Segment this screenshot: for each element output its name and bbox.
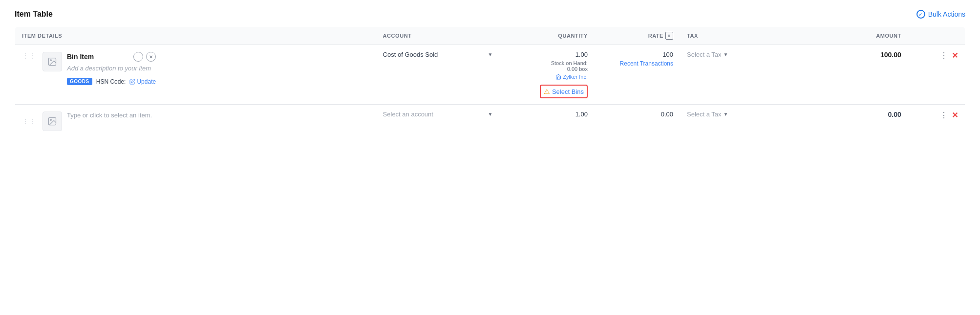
- empty-item-details-content: Type or click to select an item.: [67, 112, 152, 119]
- tax-dropdown-arrow[interactable]: ▼: [724, 52, 728, 57]
- table-row: ⋮⋮ Bin Item: [15, 45, 965, 105]
- empty-account-cell: Select an account ▼: [376, 105, 500, 137]
- empty-quantity-value[interactable]: 1.00: [506, 111, 588, 118]
- stock-info: Stock on Hand: 0.00 box: [506, 60, 588, 72]
- select-bins-button[interactable]: ⚠ Select Bins: [540, 85, 588, 98]
- bulk-actions-button[interactable]: ✓ Bulk Actions: [916, 10, 965, 19]
- drag-handle-2[interactable]: ⋮⋮: [22, 117, 40, 125]
- col-header-rate: RATE #: [595, 27, 680, 45]
- page-container: Item Table ✓ Bulk Actions ITEM DETAILS A…: [0, 0, 980, 315]
- company-link[interactable]: Zylker Inc.: [506, 74, 588, 81]
- row-actions-cell: ⋮ ✕: [908, 45, 965, 105]
- page-title: Item Table: [15, 10, 53, 19]
- tax-placeholder: Select a Tax: [687, 51, 722, 58]
- item-tags-row: GOODS HSN Code: Update: [67, 78, 156, 85]
- empty-amount-value: 0.00: [820, 111, 901, 118]
- col-header-account: ACCOUNT: [376, 27, 500, 45]
- bulk-actions-icon: ✓: [916, 10, 925, 19]
- goods-badge: GOODS: [67, 78, 92, 85]
- col-header-amount: AMOUNT: [813, 27, 908, 45]
- empty-account-dropdown-arrow[interactable]: ▼: [488, 112, 493, 117]
- row-menu-icon[interactable]: ⋮: [940, 51, 948, 60]
- rate-cell: 100 Recent Transactions: [595, 45, 680, 105]
- hsn-label: HSN Code:: [96, 78, 126, 85]
- item-table: ITEM DETAILS ACCOUNT QUANTITY RATE # TAX…: [15, 26, 965, 137]
- quantity-cell: 1.00 Stock on Hand: 0.00 box Zylker Inc.: [499, 45, 595, 105]
- empty-item-cell: Type or click to select an item.: [43, 112, 152, 131]
- svg-point-3: [50, 119, 52, 121]
- empty-item-placeholder[interactable]: Type or click to select an item.: [67, 112, 152, 119]
- empty-item-details-cell: ⋮⋮ Type or click to select an item.: [15, 105, 376, 137]
- account-cell: Cost of Goods Sold ▼: [376, 45, 500, 105]
- account-select[interactable]: Cost of Goods Sold ▼: [383, 51, 493, 58]
- item-cell: Bin Item ··· ✕ Add a description to your…: [43, 52, 156, 85]
- rate-value[interactable]: 100: [662, 51, 673, 58]
- item-description[interactable]: Add a description to your item: [67, 65, 156, 72]
- empty-row-delete-icon[interactable]: ✕: [952, 111, 958, 120]
- empty-rate-cell: 0.00: [595, 105, 680, 137]
- stock-value: 0.00 box: [567, 66, 588, 72]
- account-dropdown-arrow[interactable]: ▼: [488, 52, 493, 57]
- rate-table-icon[interactable]: #: [665, 32, 673, 40]
- empty-amount-cell: 0.00: [813, 105, 908, 137]
- select-bins-label: Select Bins: [552, 88, 584, 95]
- empty-quantity-cell: 1.00: [499, 105, 595, 137]
- update-link[interactable]: Update: [129, 78, 156, 85]
- empty-account-placeholder: Select an account: [383, 111, 433, 118]
- recent-transactions-link[interactable]: Recent Transactions: [601, 60, 673, 67]
- update-label: Update: [137, 78, 156, 85]
- amount-cell: 100.00: [813, 45, 908, 105]
- table-header-row: ITEM DETAILS ACCOUNT QUANTITY RATE # TAX…: [15, 27, 965, 45]
- table-row: ⋮⋮ Type or click to select an item.: [15, 105, 965, 137]
- svg-point-1: [50, 60, 52, 61]
- empty-tax-dropdown-arrow[interactable]: ▼: [724, 112, 728, 117]
- row-delete-icon[interactable]: ✕: [952, 51, 958, 60]
- col-header-tax: TAX: [680, 27, 813, 45]
- item-image: [43, 52, 62, 71]
- drag-handle[interactable]: ⋮⋮: [22, 52, 40, 60]
- empty-rate-value[interactable]: 0.00: [661, 111, 673, 118]
- empty-tax-select[interactable]: Select a Tax ▼: [687, 111, 806, 118]
- empty-row-actions: ⋮ ✕: [915, 111, 958, 120]
- account-name: Cost of Goods Sold: [383, 51, 438, 58]
- row-actions: ⋮ ✕: [915, 51, 958, 60]
- empty-tax-placeholder: Select a Tax: [687, 111, 722, 118]
- item-name: Bin Item: [67, 53, 94, 61]
- col-header-quantity: QUANTITY: [499, 27, 595, 45]
- item-name-icons: ··· ✕: [133, 52, 156, 62]
- item-details-cell: ⋮⋮ Bin Item: [15, 45, 376, 91]
- empty-row-actions-cell: ⋮ ✕: [908, 105, 965, 137]
- tax-select[interactable]: Select a Tax ▼: [687, 51, 806, 58]
- empty-row-menu-icon[interactable]: ⋮: [940, 111, 948, 120]
- item-remove-icon[interactable]: ✕: [146, 52, 156, 62]
- amount-value: 100.00: [820, 51, 901, 59]
- item-options-icon[interactable]: ···: [133, 52, 143, 62]
- bulk-actions-label: Bulk Actions: [928, 10, 965, 18]
- table-header: Item Table ✓ Bulk Actions: [15, 10, 965, 19]
- item-details-content: Bin Item ··· ✕ Add a description to your…: [67, 52, 156, 85]
- empty-item-image: [43, 112, 62, 131]
- quantity-value[interactable]: 1.00: [506, 51, 588, 58]
- tax-cell: Select a Tax ▼: [680, 45, 813, 105]
- item-name-row: Bin Item ··· ✕: [67, 52, 156, 62]
- warning-icon: ⚠: [544, 88, 550, 95]
- col-header-item-details: ITEM DETAILS: [15, 27, 376, 45]
- col-header-actions: [908, 27, 965, 45]
- stock-label: Stock on Hand:: [551, 60, 588, 66]
- empty-tax-cell: Select a Tax ▼: [680, 105, 813, 137]
- company-name: Zylker Inc.: [563, 74, 588, 80]
- empty-account-select[interactable]: Select an account ▼: [383, 111, 493, 118]
